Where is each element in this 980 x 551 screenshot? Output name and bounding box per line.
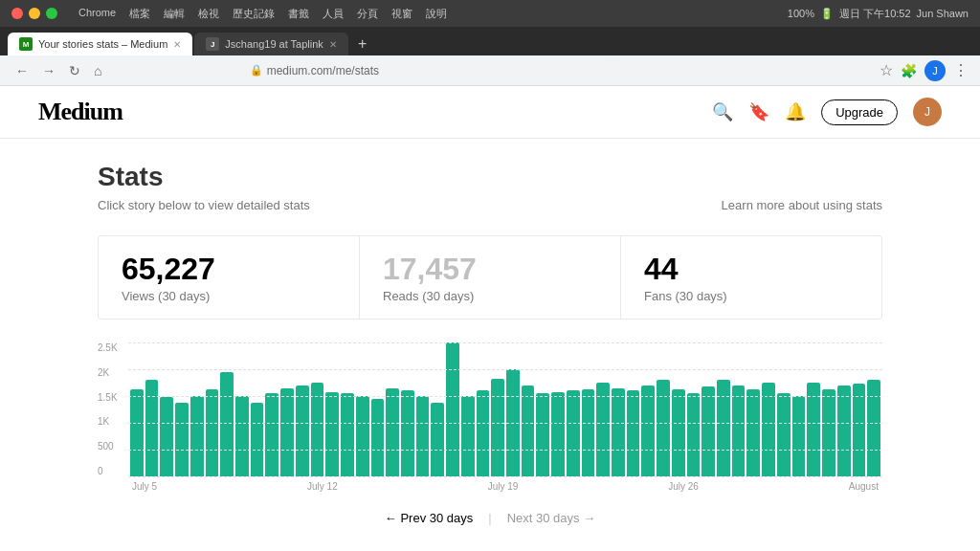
new-tab-btn[interactable]: + (350, 33, 374, 55)
chart-bar (190, 396, 204, 476)
header-right: 🔍 🔖 🔔 Upgrade J (712, 98, 942, 126)
tab-stories[interactable]: Stories (98, 544, 140, 551)
inactive-tab[interactable]: J Jschang19 at Taplink ✕ (194, 33, 348, 55)
chart-bar (807, 383, 820, 476)
y-label-2000: 2K (98, 367, 128, 378)
chart-bars (128, 342, 882, 476)
tab2-favicon: J (206, 37, 219, 51)
chart-bar (401, 390, 414, 476)
chart-bar (762, 383, 775, 476)
chart-bar (837, 386, 851, 476)
chart-bar (596, 383, 610, 476)
avatar[interactable]: J (913, 98, 942, 126)
tab-bar: M Your stories stats – Medium ✕ J Jschan… (0, 27, 980, 55)
notification-icon[interactable]: 🔔 (785, 101, 806, 122)
menu-icon[interactable]: ⋮ (953, 61, 969, 79)
content-tabs: Stories Responses Series (98, 544, 882, 551)
url-display: medium.com/me/stats (267, 64, 379, 77)
y-label-1000: 1K (98, 416, 128, 427)
fans-value: 44 (644, 252, 858, 287)
chart-bar (235, 396, 249, 476)
views-value: 65,227 (122, 252, 336, 287)
maximize-traffic-light[interactable] (46, 8, 57, 19)
chart-bar (325, 392, 339, 476)
chart-bar (582, 389, 595, 476)
x-label-july5: July 5 (132, 481, 157, 492)
prev-30-days-link[interactable]: ← Prev 30 days (385, 511, 474, 525)
chart-bar (130, 389, 144, 476)
browser-toolbar: ☆ 🧩 J ⋮ (880, 60, 969, 81)
system-tray: 100% 🔋 週日 下午10:52 Jun Shawn (788, 7, 969, 21)
chart-bar (160, 397, 173, 476)
chart-bar (386, 388, 399, 476)
y-label-1500: 1.5K (98, 392, 128, 403)
title-bar: Chrome 檔案 編輯 檢視 歷史記錄 書籤 人員 分頁 視窗 說明 100%… (0, 0, 980, 27)
chart-bar (175, 403, 189, 476)
profile-icon[interactable]: J (924, 60, 946, 81)
bookmark-icon[interactable]: 🔖 (748, 101, 769, 122)
chart-bar (371, 399, 385, 476)
chart-bar (627, 390, 640, 476)
x-axis: July 5 July 12 July 19 July 26 August (128, 476, 882, 496)
tab2-close-btn[interactable]: ✕ (329, 39, 337, 50)
chart-bar (732, 386, 746, 476)
minimize-traffic-light[interactable] (29, 8, 40, 19)
chart-bar (702, 386, 715, 476)
stats-container: Stats Click story below to view detailed… (59, 139, 921, 551)
bookmark-star-icon[interactable]: ☆ (880, 61, 893, 79)
chart-bar (491, 379, 504, 476)
learn-more-link[interactable]: Learn more about using stats (722, 198, 882, 212)
chart-bar (822, 389, 835, 476)
y-label-2500: 2.5K (98, 342, 128, 353)
chart-bar (641, 386, 655, 476)
subtitle-row: Click story below to view detailed stats… (98, 198, 882, 212)
chart-bar (145, 380, 159, 476)
chart-bar (717, 380, 730, 476)
chart-bar (416, 396, 430, 476)
chart-bar (746, 389, 760, 476)
address-input[interactable]: 🔒 medium.com/me/stats (238, 60, 621, 81)
chart-bar (341, 393, 354, 476)
chart-bar (867, 380, 880, 476)
page-title: Stats (98, 162, 882, 192)
upgrade-button[interactable]: Upgrade (821, 99, 898, 125)
chart-bar (506, 369, 520, 476)
chart-container: 2.5K 2K 1.5K 1K 500 0 (98, 342, 882, 496)
search-icon[interactable]: 🔍 (712, 101, 733, 122)
y-axis: 2.5K 2K 1.5K 1K 500 0 (98, 342, 128, 496)
chart-bar (461, 396, 475, 476)
medium-logo: Medium (38, 98, 122, 126)
tab-close-btn[interactable]: ✕ (173, 39, 181, 50)
chart-pagination: ← Prev 30 days | Next 30 days → (98, 511, 882, 525)
home-btn[interactable]: ⌂ (90, 61, 105, 80)
chart-bar (220, 372, 234, 476)
forward-btn[interactable]: → (38, 61, 59, 80)
back-btn[interactable]: ← (11, 61, 33, 80)
reads-label: Reads (30 days) (383, 289, 597, 303)
chart-bar (522, 386, 535, 476)
tab-responses[interactable]: Responses (163, 544, 230, 551)
chart-bar (792, 396, 806, 476)
active-tab[interactable]: M Your stories stats – Medium ✕ (8, 33, 192, 55)
next-30-days-link[interactable]: Next 30 days → (507, 511, 596, 525)
metrics-row: 65,227 Views (30 days) 17,457 Reads (30 … (98, 235, 882, 320)
chart-bar (265, 393, 278, 476)
pagination-divider: | (488, 511, 491, 525)
extensions-icon[interactable]: 🧩 (901, 63, 917, 78)
chart-bar (551, 392, 565, 476)
reload-btn[interactable]: ↻ (65, 61, 84, 80)
tab-series[interactable]: Series (253, 544, 291, 551)
fans-label: Fans (30 days) (644, 289, 858, 303)
views-metric: 65,227 Views (30 days) (99, 236, 360, 319)
chart-bar (251, 403, 264, 476)
medium-header: Medium 🔍 🔖 🔔 Upgrade J (0, 86, 980, 139)
chart-bar (311, 383, 324, 476)
views-label: Views (30 days) (122, 289, 336, 303)
inactive-tab-label: Jschang19 at Taplink (225, 38, 323, 50)
chart-bar (612, 388, 625, 476)
close-traffic-light[interactable] (11, 8, 23, 19)
chart-bar (567, 390, 580, 476)
y-label-500: 500 (98, 441, 128, 452)
chart-bar (672, 389, 685, 476)
reads-value: 17,457 (383, 252, 597, 287)
